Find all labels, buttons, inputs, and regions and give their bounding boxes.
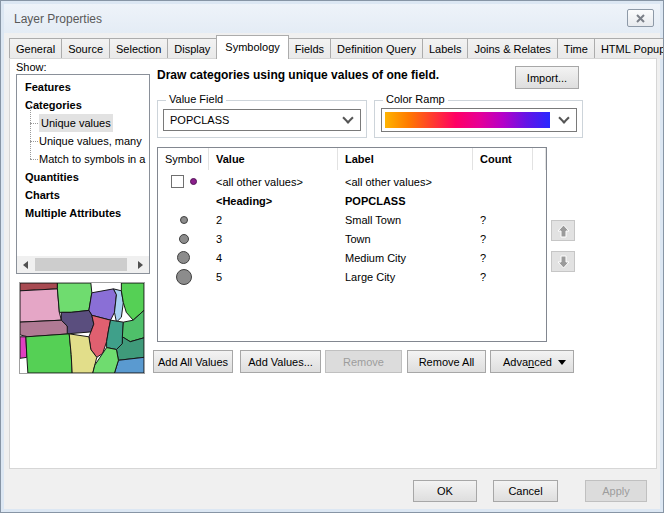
show-label: Show: — [16, 61, 47, 73]
scroll-right-arrow-icon[interactable] — [132, 256, 149, 273]
column-count: Count — [473, 148, 533, 170]
arrow-down-icon — [557, 255, 570, 269]
tree-item-categories[interactable]: Categories — [17, 96, 149, 114]
all-other-values-checkbox[interactable] — [171, 175, 184, 188]
tab-html-popup[interactable]: HTML Popup — [594, 38, 664, 59]
symbol-cell — [158, 251, 209, 264]
color-ramp-group: Color Ramp — [374, 100, 583, 138]
remove-all-button[interactable]: Remove All — [407, 350, 486, 373]
map-preview — [19, 282, 145, 374]
tab-strip: General Source Selection Display Symbolo… — [9, 35, 664, 59]
move-down-button[interactable] — [551, 251, 575, 272]
method-description: Draw categories using unique values of o… — [157, 68, 439, 82]
tab-display[interactable]: Display — [167, 38, 217, 59]
table-row[interactable]: 4 Medium City ? — [158, 248, 546, 267]
arrow-up-icon — [557, 224, 570, 238]
dropdown-caret-icon — [558, 360, 566, 365]
value-field-selected: POPCLASS — [170, 114, 229, 126]
tab-time[interactable]: Time — [557, 38, 595, 59]
tab-fields[interactable]: Fields — [288, 38, 331, 59]
move-up-button[interactable] — [551, 220, 575, 241]
graduated-dot-icon — [176, 269, 192, 285]
symbol-cell — [158, 234, 209, 244]
tree-item-charts[interactable]: Charts — [17, 186, 149, 204]
chevron-down-icon — [558, 112, 569, 123]
table-row[interactable]: <all other values> <all other values> — [158, 172, 546, 191]
tab-labels[interactable]: Labels — [422, 38, 468, 59]
tab-selection[interactable]: Selection — [109, 38, 168, 59]
all-other-values-symbol-icon — [190, 178, 197, 185]
symbology-tab-page: Show: Features Categories Unique values … — [9, 58, 657, 469]
remove-button: Remove — [325, 350, 402, 373]
tab-symbology[interactable]: Symbology — [216, 35, 288, 59]
color-ramp-group-label: Color Ramp — [383, 93, 448, 105]
graduated-dot-icon — [177, 251, 190, 264]
tab-definition-query[interactable]: Definition Query — [330, 38, 423, 59]
show-tree: Features Categories Unique values Unique… — [16, 74, 150, 274]
chevron-down-icon — [342, 112, 353, 123]
table-row[interactable]: 3 Town ? — [158, 229, 546, 248]
import-button[interactable]: Import... — [515, 66, 579, 89]
symbol-cell — [158, 269, 209, 285]
tree-connector — [25, 150, 39, 168]
table-row[interactable]: 5 Large City ? — [158, 267, 546, 286]
unique-values-table: Symbol Value Label Count <all other valu… — [157, 147, 547, 342]
column-value: Value — [209, 148, 338, 170]
table-row[interactable]: <Heading> POPCLASS — [158, 191, 546, 210]
color-ramp-dropdown[interactable] — [381, 108, 577, 132]
color-ramp-gradient — [385, 112, 550, 128]
tree-item-unique-values[interactable]: Unique values — [17, 114, 149, 132]
table-row[interactable]: 2 Small Town ? — [158, 210, 546, 229]
close-button[interactable] — [627, 9, 654, 27]
ok-button[interactable]: OK — [413, 480, 477, 502]
tab-joins-relates[interactable]: Joins & Relates — [467, 38, 557, 59]
symbol-cell — [158, 216, 209, 224]
tree-item-features[interactable]: Features — [17, 78, 149, 96]
scroll-left-arrow-icon[interactable] — [17, 256, 34, 273]
value-field-group-label: Value Field — [166, 93, 226, 105]
close-icon — [636, 14, 645, 23]
column-label: Label — [338, 148, 473, 170]
layer-properties-dialog: Layer Properties General Source Selectio… — [0, 0, 664, 513]
tree-item-unique-values-many[interactable]: Unique values, many — [17, 132, 149, 150]
tree-item-quantities[interactable]: Quantities — [17, 168, 149, 186]
window-title: Layer Properties — [14, 12, 102, 26]
graduated-dot-icon — [179, 234, 189, 244]
column-filler — [533, 148, 546, 170]
graduated-dot-icon — [180, 216, 188, 224]
cancel-button[interactable]: Cancel — [493, 480, 558, 502]
tab-source[interactable]: Source — [61, 38, 110, 59]
add-values-button[interactable]: Add Values... — [240, 350, 321, 373]
column-symbol: Symbol — [158, 148, 209, 170]
tree-connector — [25, 114, 39, 132]
advanced-button[interactable]: Advanced — [490, 350, 574, 373]
scrollbar-thumb[interactable] — [35, 258, 127, 271]
tab-general[interactable]: General — [9, 38, 62, 59]
tree-connector — [25, 132, 39, 150]
tree-item-match-to-symbols[interactable]: Match to symbols in a — [17, 150, 149, 168]
apply-button: Apply — [585, 480, 647, 502]
add-all-values-button[interactable]: Add All Values — [153, 350, 233, 373]
tree-horizontal-scrollbar[interactable] — [17, 256, 149, 273]
tree-item-multiple-attributes[interactable]: Multiple Attributes — [17, 204, 149, 222]
symbol-cell — [158, 175, 209, 188]
table-header: Symbol Value Label Count — [158, 148, 546, 170]
value-field-dropdown[interactable]: POPCLASS — [163, 109, 361, 131]
value-field-group: Value Field POPCLASS — [157, 100, 367, 138]
titlebar: Layer Properties — [4, 4, 660, 33]
